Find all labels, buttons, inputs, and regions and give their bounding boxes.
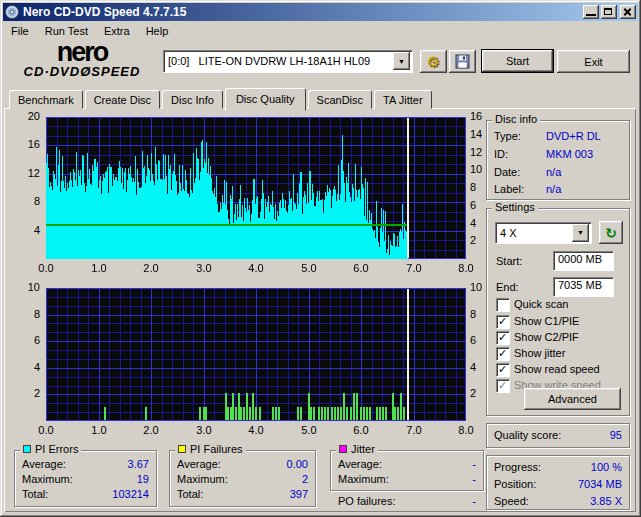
axis-tick-label: 14 [470,128,496,140]
start-button[interactable]: Start [481,49,554,73]
axis-tick-label: 8 [470,181,496,193]
pi-errors-legend: PI Errors [20,443,81,455]
axis-tick-label: 4 [14,361,40,373]
axis-tick-label: 16 [470,110,496,122]
position-value: 7034 MB [578,478,622,492]
axis-tick-label: 10 [470,281,496,293]
axis-tick-label: 8.0 [450,262,482,274]
pi-errors-swatch [23,445,31,453]
max-label: Maximum: [338,473,389,487]
exit-button[interactable]: Exit [557,50,630,73]
axis-tick-label: 4.0 [240,262,272,274]
jitter-stats-box: Jitter Average:- Maximum:- [330,450,484,491]
show-read-speed-checkbox[interactable]: ✓ Show read speed [496,362,600,376]
show-read-speed-label: Show read speed [514,363,600,375]
jitter-avg: - [472,458,476,472]
axis-tick-label: 4 [14,224,40,236]
scan-speed-select[interactable]: 4 X ▼ [495,222,591,243]
po-failures-label: PO failures: [338,495,395,507]
axis-tick-label: 6 [470,199,496,211]
quick-scan-checkbox[interactable]: Quick scan [496,297,568,311]
axis-tick-label: 1.0 [83,262,115,274]
checkbox-icon[interactable]: ✓ [496,363,509,376]
axis-tick-label: 3.0 [188,262,220,274]
disc-glyph: Ø [80,64,91,79]
nero-logo: nero CD·DVDØSPEED [6,40,158,79]
refresh-icon: ↻ [605,225,617,241]
show-jitter-label: Show jitter [514,347,565,359]
tab-create-disc[interactable]: Create Disc [85,90,160,109]
show-c2-pif-checkbox[interactable]: ✓ Show C2/PIF [496,330,579,344]
checkbox-icon[interactable] [496,298,509,311]
show-jitter-checkbox[interactable]: ✓ Show jitter [496,346,565,360]
axis-tick-label: 6 [14,334,40,346]
position-label: Position: [494,478,536,492]
tab-disc-quality[interactable]: Disc Quality [225,88,306,111]
advanced-button[interactable]: Advanced [524,388,621,410]
disc-label-label: Label: [494,183,524,197]
quality-score-box: Quality score: 95 [486,423,630,448]
pi-failures-legend: PI Failures [175,443,246,455]
max-label: Maximum: [177,473,228,487]
pi-failures-chart [46,288,466,421]
axis-tick-label: 3.0 [188,424,220,436]
progress-label: Progress: [494,461,541,475]
pi-errors-avg: 3.67 [128,458,149,472]
window-title: Nero CD-DVD Speed 4.7.7.15 [23,5,581,19]
chevron-down-icon[interactable]: ▼ [572,224,589,242]
close-button[interactable] [620,5,636,19]
tab-disc-info[interactable]: Disc Info [162,90,223,109]
pi-failures-stats-box: PI Failures Average:0.00 Maximum:2 Total… [169,450,316,507]
save-button[interactable] [449,50,476,73]
checkbox-icon[interactable]: ✓ [496,331,509,344]
axis-tick-label: 16 [14,138,40,150]
tab-ta-jitter[interactable]: TA Jitter [374,90,432,109]
jitter-max: - [472,473,476,487]
axis-tick-label: 2 [470,234,496,246]
axis-tick-label: 8 [14,195,40,207]
show-c1-pie-label: Show C1/PIE [514,315,579,327]
disc-type-label: Type: [494,130,521,144]
checkbox-icon[interactable]: ✓ [496,315,509,328]
pi-failures-swatch [178,445,186,453]
speed-label: Speed: [494,495,529,509]
show-c1-pie-checkbox[interactable]: ✓ Show C1/PIE [496,314,579,328]
menu-extra[interactable]: Extra [96,24,138,38]
jitter-legend: Jitter [336,443,378,455]
quick-scan-label: Quick scan [514,298,568,310]
tab-strip: Benchmark Create Disc Disc Info Disc Qua… [9,88,434,109]
axis-tick-label: 20 [14,110,40,122]
drive-selector[interactable]: [0:0] LITE-ON DVDRW LH-18A1H HL09 ▼ [163,50,412,72]
tab-benchmark[interactable]: Benchmark [9,90,83,109]
axis-tick-label: 8 [470,308,496,320]
exit-button-label: Exit [584,56,602,68]
speed-value: 3.85 X [590,495,622,509]
refresh-button[interactable]: ↻ [599,221,623,244]
axis-tick-label: 2.0 [135,262,167,274]
total-label: Total: [22,488,48,502]
end-position-input[interactable]: 7035 MB [553,277,613,296]
options-button[interactable]: ⚙ [420,50,447,73]
advanced-button-label: Advanced [548,393,597,405]
tab-scandisc[interactable]: ScanDisc [308,90,372,109]
gears-icon: ⚙ [427,54,440,69]
pi-failures-max: 2 [302,473,308,487]
axis-tick-label: 6 [470,334,496,346]
jitter-swatch [339,445,347,453]
start-position-input[interactable]: 0000 MB [553,251,613,270]
avg-label: Average: [177,458,221,472]
menu-help[interactable]: Help [138,24,177,38]
menu-run-test[interactable]: Run Test [37,24,96,38]
menu-file[interactable]: File [3,24,37,38]
maximize-button[interactable] [601,5,617,19]
minimize-button[interactable] [583,5,599,19]
avg-label: Average: [22,458,66,472]
axis-tick-label: 1.0 [83,424,115,436]
axis-tick-label: 10 [470,163,496,175]
scan-speed-value: 4 X [495,227,570,239]
checkbox-icon[interactable]: ✓ [496,347,509,360]
disc-date-value: n/a [546,166,561,178]
axis-tick-label: 7.0 [398,262,430,274]
axis-tick-label: 4.0 [240,424,272,436]
chevron-down-icon[interactable]: ▼ [393,52,410,70]
